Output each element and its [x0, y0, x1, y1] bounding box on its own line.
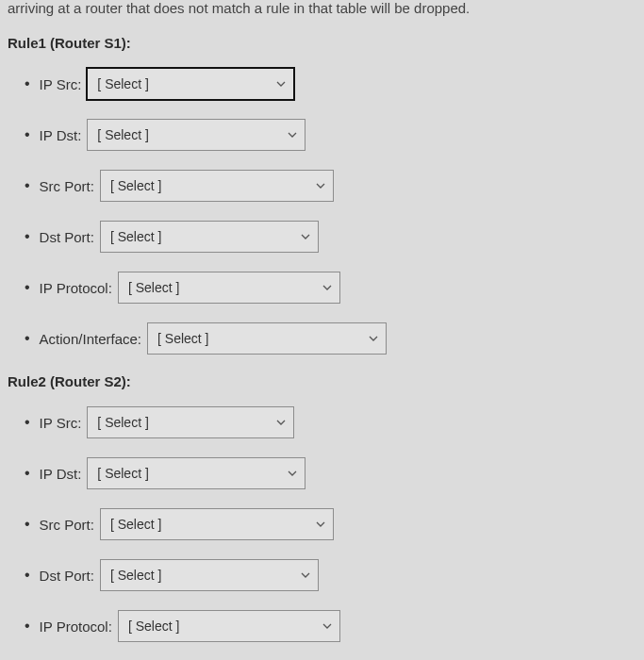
rule2-ip-protocol-row: IP Protocol: [ Select ] — [25, 610, 636, 642]
chevron-down-icon — [301, 234, 310, 239]
chevron-down-icon — [316, 521, 325, 527]
rule1-src-port-select[interactable]: [ Select ] — [100, 170, 334, 202]
rule1-src-port-row: Src Port: [ Select ] — [25, 170, 636, 202]
rule1-ip-protocol-row: IP Protocol: [ Select ] — [25, 272, 636, 304]
rule1-ip-dst-row: IP Dst: [ Select ] — [25, 119, 636, 151]
rule2-dst-port-select[interactable]: [ Select ] — [100, 559, 319, 591]
rule2-ip-dst-row: IP Dst: [ Select ] — [25, 457, 636, 489]
select-text: [ Select ] — [128, 619, 179, 634]
rule2-ip-dst-label: IP Dst: — [40, 466, 82, 482]
intro-text: arriving at a router that does not match… — [8, 0, 636, 25]
select-text: [ Select ] — [97, 76, 148, 91]
rule2-ip-src-label: IP Src: — [40, 415, 82, 431]
rule2-src-port-row: Src Port: [ Select ] — [25, 508, 636, 540]
select-text: [ Select ] — [97, 127, 148, 142]
rule2-fields: IP Src: [ Select ] IP Dst: [ Select ] Sr… — [8, 406, 636, 660]
chevron-down-icon — [288, 470, 297, 476]
rule1-dst-port-row: Dst Port: [ Select ] — [25, 221, 636, 253]
rule1-heading: Rule1 (Router S1): — [8, 35, 636, 51]
rule1-ip-src-label: IP Src: — [40, 76, 82, 92]
chevron-down-icon — [301, 572, 310, 578]
select-text: [ Select ] — [128, 280, 179, 295]
rule1-ip-protocol-label: IP Protocol: — [40, 280, 112, 296]
chevron-down-icon — [276, 81, 286, 87]
select-text: [ Select ] — [157, 331, 208, 346]
chevron-down-icon — [322, 623, 332, 629]
select-text: [ Select ] — [110, 229, 161, 244]
rule1-action-interface-row: Action/Interface: [ Select ] — [25, 322, 636, 355]
rule2-heading: Rule2 (Router S2): — [8, 373, 636, 389]
rule1-action-interface-label: Action/Interface: — [40, 331, 141, 347]
rule1-src-port-label: Src Port: — [40, 178, 94, 194]
chevron-down-icon — [322, 285, 332, 290]
rule2-ip-protocol-label: IP Protocol: — [40, 619, 112, 635]
rule2-ip-src-row: IP Src: [ Select ] — [25, 406, 636, 438]
rule2-src-port-select[interactable]: [ Select ] — [100, 508, 334, 540]
rule1-ip-src-row: IP Src: [ Select ] — [25, 68, 636, 100]
rule2-dst-port-row: Dst Port: [ Select ] — [25, 559, 636, 591]
rule2-src-port-label: Src Port: — [40, 517, 94, 533]
chevron-down-icon — [316, 183, 325, 189]
select-text: [ Select ] — [97, 466, 148, 481]
rule1-action-interface-select[interactable]: [ Select ] — [147, 322, 387, 355]
rule2-ip-protocol-select[interactable]: [ Select ] — [118, 610, 340, 642]
rule1-ip-src-select[interactable]: [ Select ] — [87, 68, 294, 100]
rule1-ip-dst-select[interactable]: [ Select ] — [87, 119, 305, 151]
select-text: [ Select ] — [110, 178, 161, 193]
rule2-dst-port-label: Dst Port: — [40, 568, 94, 584]
select-text: [ Select ] — [110, 568, 161, 583]
chevron-down-icon — [288, 132, 297, 138]
rule2-ip-src-select[interactable]: [ Select ] — [87, 406, 294, 438]
select-text: [ Select ] — [97, 415, 148, 430]
rule1-ip-dst-label: IP Dst: — [40, 127, 82, 143]
rule1-ip-protocol-select[interactable]: [ Select ] — [118, 272, 340, 304]
chevron-down-icon — [276, 420, 286, 425]
select-text: [ Select ] — [110, 517, 161, 532]
rule2-ip-dst-select[interactable]: [ Select ] — [87, 457, 305, 489]
rule1-fields: IP Src: [ Select ] IP Dst: [ Select ] Sr… — [8, 68, 636, 355]
chevron-down-icon — [369, 336, 378, 341]
rule1-dst-port-label: Dst Port: — [40, 229, 94, 245]
rule1-dst-port-select[interactable]: [ Select ] — [100, 221, 319, 253]
